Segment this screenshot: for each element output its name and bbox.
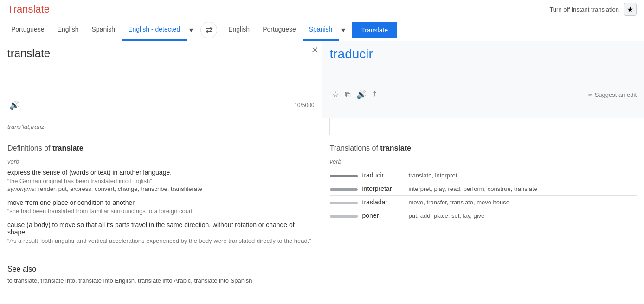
translation-result: traducir [330,47,637,84]
trans-meanings: move, transfer, translate, move house [409,199,510,206]
trans-meanings: put, add, place, set, lay, give [409,212,485,219]
definition-item: express the sense of (words or text) in … [7,169,315,192]
trans-word: poner [362,212,404,219]
target-below [330,118,644,135]
favorite-button[interactable]: ☆ [330,88,341,101]
synonyms-text-1: render, put, express, convert, change, t… [38,185,202,192]
see-also-links: to translate, translate into, translate … [7,277,315,284]
translation-row: traducir translate, interpret [330,169,637,182]
bottom-split: Definitions of translate verb express th… [0,135,644,293]
source-lang-tab-portuguese[interactable]: Portuguese [5,19,51,41]
translations-title: Translations of translate [330,144,637,152]
frequency-bar [330,188,358,191]
source-lang-more-button[interactable]: ▾ [187,19,196,41]
trans-word: traducir [362,171,404,179]
swap-languages-button[interactable]: ⇄ [200,22,217,38]
star-icon: ★ [627,5,633,14]
def-text-3: cause (a body) to move so that all its p… [7,221,315,236]
top-right-actions: Turn off instant translation ★ [549,3,637,16]
source-panel: translate ✕ 🔊 10/5000 [0,41,322,118]
see-also-section: See also to translate, translate into, t… [0,260,322,293]
trans-word: trasladar [362,198,404,206]
def-synonyms-1: synonyms: render, put, express, convert,… [7,185,315,192]
right-column: Translations of translate verb traducir … [322,135,644,293]
target-listen-button[interactable]: 🔊 [354,88,368,101]
frequency-bar [330,202,358,204]
translate-button[interactable]: Translate [352,22,397,38]
translation-row: poner put, add, place, set, lay, give [330,209,637,222]
source-lang-tab-detected[interactable]: English - detected [122,19,187,41]
def-example-2: “she had been translated from familiar s… [7,208,315,215]
target-lang-more-button[interactable]: ▾ [339,19,348,41]
source-listen-button[interactable]: 🔊 [7,98,21,112]
translation-row: interpretar interpret, play, read, perfo… [330,182,637,196]
frequency-bar [330,175,358,177]
target-lang-tab-spanish[interactable]: Spanish [303,19,339,41]
phonetic-area: transˈlāt,tranz- [0,118,330,135]
left-column: Definitions of translate verb express th… [0,135,322,293]
trans-meanings: translate, interpret [409,172,457,179]
target-lang-tab-portuguese[interactable]: Portuguese [256,19,303,41]
definitions-title: Definitions of translate [7,144,315,152]
def-example-3: “As a result, both angular and vertical … [7,237,315,244]
target-action-icons: ☆ ⧉ 🔊 ⤴ [330,88,378,101]
clear-source-button[interactable]: ✕ [311,45,318,55]
char-count: 10/5000 [294,102,314,108]
definitions-pos: verb [7,158,315,165]
def-text-1: express the sense of (words or text) in … [7,169,315,176]
top-bar: Translate Turn off instant translation ★ [0,0,644,19]
swap-icon: ⇄ [206,25,213,35]
definition-item: move from one place or condition to anot… [7,199,315,215]
share-button[interactable]: ⤴ [370,88,378,101]
below-area: transˈlāt,tranz- [0,118,644,135]
source-footer: 🔊 10/5000 [7,95,315,112]
def-example-1: “the German original has been translated… [7,177,315,184]
source-lang-tab-spanish[interactable]: Spanish [85,19,122,41]
target-lang-tabs: English Portuguese Spanish ▾ [222,19,348,41]
see-also-title: See also [7,265,315,273]
translation-area: translate ✕ 🔊 10/5000 traducir ☆ ⧉ 🔊 ⤴ ✏… [0,41,644,118]
bookmark-star-button[interactable]: ★ [624,3,637,16]
trans-word: interpretar [362,185,404,192]
target-footer: ☆ ⧉ 🔊 ⤴ ✏ Suggest an edit [330,84,637,101]
source-input[interactable]: translate [7,47,315,93]
speaker-icon: 🔊 [9,101,19,110]
frequency-bar [330,215,358,218]
target-lang-tab-english[interactable]: English [222,19,256,41]
translations-section: Translations of translate verb traducir … [322,135,644,232]
definitions-section: Definitions of translate verb express th… [0,135,322,260]
lang-selection-bar: Portuguese English Spanish English - det… [0,19,644,41]
copy-button[interactable]: ⧉ [343,88,353,101]
definition-item: cause (a body) to move so that all its p… [7,221,315,244]
source-lang-tab-english[interactable]: English [51,19,85,41]
source-lang-tabs: Portuguese English Spanish English - det… [5,19,196,41]
def-text-2: move from one place or condition to anot… [7,199,315,206]
translations-pos: verb [330,158,637,165]
target-panel: traducir ☆ ⧉ 🔊 ⤴ ✏ Suggest an edit [322,41,644,118]
app-logo: Translate [7,3,50,15]
pencil-icon: ✏ [588,91,593,98]
phonetic-text: transˈlāt,tranz- [7,123,46,130]
translation-row: trasladar move, transfer, translate, mov… [330,196,637,209]
trans-meanings: interpret, play, read, perform, construe… [409,185,537,192]
suggest-edit-button[interactable]: ✏ Suggest an edit [588,91,637,98]
synonyms-label-1: synonyms: [7,185,36,192]
turn-off-instant-button[interactable]: Turn off instant translation [549,6,619,13]
